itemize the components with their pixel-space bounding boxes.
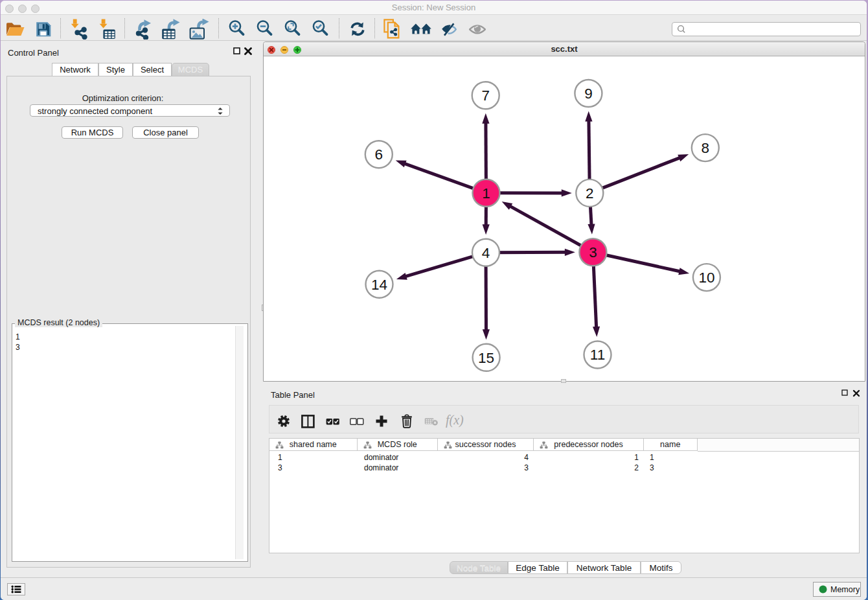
svg-text:1: 1 [482, 185, 490, 202]
svg-text:14: 14 [371, 277, 387, 293]
svg-text:7: 7 [481, 87, 490, 104]
svg-text:9: 9 [584, 86, 593, 102]
svg-text:11: 11 [590, 347, 605, 363]
svg-text:6: 6 [375, 146, 383, 163]
svg-text:15: 15 [478, 350, 494, 366]
svg-text:2: 2 [586, 185, 594, 202]
svg-text:3: 3 [589, 244, 597, 260]
svg-text:4: 4 [482, 245, 490, 261]
svg-text:8: 8 [702, 140, 710, 156]
svg-text:10: 10 [698, 270, 714, 286]
